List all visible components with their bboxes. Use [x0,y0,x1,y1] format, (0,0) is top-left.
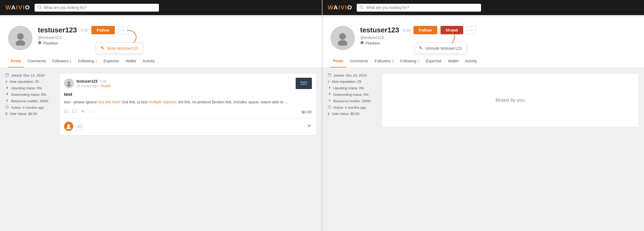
right-stat-active: Active: 4 months ago [328,105,376,110]
svg-line-39 [329,107,330,108]
right-tab-activity[interactable]: Activity [462,55,479,67]
left-dollar-icon: $ [5,112,7,116]
right-sidebar-stats: Joined: Dec 14, 2019 # Hive reputation: … [328,73,382,127]
left-stat-downvote: Downvoting mana: 0% [5,92,54,97]
left-post-card: testuser123 0.00 10 months ago • PeakD M… [59,73,316,135]
right-stat-reputation: # Hive reputation: 25 [328,80,376,84]
right-avatar [331,26,355,50]
svg-rect-21 [78,125,81,128]
right-stat-vote-text: Vote Value: $0.00 [332,112,359,116]
right-unmute-icon [419,46,423,51]
right-tab-comments[interactable]: Comments [347,55,371,67]
left-stat-vote-text: Vote Value: $0.00 [9,112,37,116]
left-mute-icon [101,46,105,51]
left-post-link2[interactable]: multiple matches [148,100,177,104]
right-search-bar[interactable] [357,4,481,12]
svg-marker-23 [308,124,311,127]
left-search-icon [38,5,42,10]
svg-marker-12 [6,99,8,102]
left-image-icon[interactable] [76,123,84,130]
left-stat-active-text: Active: 4 months ago [11,106,44,110]
right-search-input[interactable] [366,5,478,10]
left-stat-upvote: Upvoting mana: 0% [5,86,54,90]
left-tab-wallet[interactable]: Wallet [123,55,139,67]
left-tabs-section: Posts Comments Followers 2 Following 1 E… [0,55,322,68]
left-calendar-icon [5,73,9,77]
left-tab-posts[interactable]: Posts [8,55,24,67]
right-muted-text: Muted by you [496,97,525,103]
left-search-bar[interactable] [35,4,159,12]
left-posts-area: testuser123 0.00 10 months ago • PeakD M… [59,73,316,135]
left-send-button[interactable] [308,124,312,129]
left-comment-button[interactable] [72,109,77,115]
right-rank-icon [360,41,364,45]
right-profile-name-row: testuser123 0.00 Follow Muted ··· [360,26,636,34]
left-tab-following[interactable]: Following 1 [75,55,100,67]
right-bolt-icon [328,99,331,103]
left-rank-label: Plankton [43,41,58,45]
left-panel: WAIVIO testuser123 [0,0,322,231]
left-stat-joined-text: Joined: Dec 14, 2019 [11,73,44,77]
left-tab-comments[interactable]: Comments [25,55,49,67]
left-comment-area [64,118,312,131]
right-dots-button[interactable]: ··· [466,26,476,34]
svg-point-16 [68,81,70,84]
right-stat-joined-text: Joined: Dec 14, 2019 [333,73,367,77]
svg-point-4 [38,41,41,44]
right-profile-rank: Plankton [360,41,636,45]
svg-rect-32 [328,74,331,76]
left-post-avatar [64,79,74,88]
left-tab-followers[interactable]: Followers 2 [50,55,74,67]
svg-point-28 [361,41,364,44]
left-rank-icon [38,41,42,45]
right-stat-vote: $ Vote Value: $0.00 [328,112,376,116]
left-comment-input-row [76,123,312,130]
svg-point-3 [15,40,25,45]
left-mute-label[interactable]: Mute testuser123 [107,46,138,50]
svg-point-22 [79,125,79,126]
left-tab-expertise[interactable]: Expertise [101,55,122,67]
right-stat-credits: Resource credits: 100% [328,99,376,103]
svg-line-15 [7,107,8,108]
left-post-header: testuser123 0.00 10 months ago • PeakD M… [64,78,312,89]
left-post-platform[interactable]: PeakD [101,84,111,88]
svg-point-24 [360,6,363,8]
right-muted-by-you: Muted by you [382,73,639,127]
left-profile-section: testuser123 0.00 Follow ··· @testuser123… [0,19,322,55]
right-stat-credits-text: Resource credits: 100% [333,99,371,103]
right-tab-expertise[interactable]: Expertise [423,55,444,67]
svg-rect-30 [419,47,420,48]
left-stat-credits-text: Resource credits: 100% [11,99,48,103]
right-rank-label: Plankton [366,41,380,45]
left-post-actions: ··· $0.00 [64,109,312,115]
left-tab-activity[interactable]: Activity [140,55,157,67]
left-profile-rank: Plankton [38,41,314,45]
svg-rect-6 [101,47,102,48]
right-clock-icon [328,105,331,110]
right-profile-section: testuser123 0.00 Follow Muted ··· @testu… [322,19,644,55]
left-post-link1[interactable]: test link here! [98,100,121,104]
right-stat-upvote: Upvoting mana: 0% [328,86,376,90]
right-unmute-label[interactable]: Unmute testuser123 [425,46,462,50]
left-reblog-button[interactable] [80,109,85,115]
right-tabs: Posts Comments Followers 2 Following 1 E… [331,55,636,67]
svg-rect-18 [73,110,76,112]
left-post-excerpt: test - please ignore! test link here! 2n… [64,99,312,105]
right-tab-followers[interactable]: Followers 2 [372,55,396,67]
right-tab-posts[interactable]: Posts [331,55,346,67]
right-stat-active-text: Active: 4 months ago [333,106,366,110]
left-stat-reputation-text: Hive reputation: 25 [9,80,39,84]
left-post-value: $0.00 [302,110,312,114]
left-avatar [8,26,32,50]
left-hash-icon: # [5,80,7,84]
left-more-button[interactable]: ··· [88,109,92,115]
left-stat-joined: Joined: Dec 14, 2019 [5,73,54,77]
right-dropdown-menu: Unmute testuser123 [414,43,466,54]
svg-point-20 [66,127,71,129]
left-post-time: 10 months ago [76,84,98,88]
left-search-input[interactable] [44,5,156,10]
left-stat-downvote-text: Downvoting mana: 0% [11,93,46,97]
right-tab-wallet[interactable]: Wallet [445,55,461,67]
left-like-button[interactable] [64,109,69,115]
right-tab-following[interactable]: Following 1 [398,55,422,67]
